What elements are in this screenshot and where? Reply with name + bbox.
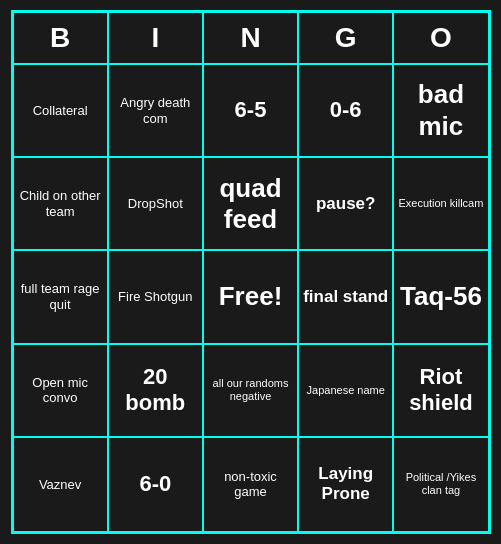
cell-text-0-3: 0-6	[330, 97, 362, 123]
cell-text-2-3: final stand	[303, 287, 388, 307]
header-cell-b: B	[14, 13, 109, 65]
bingo-cell-2-2[interactable]: Free!	[204, 251, 299, 344]
cell-text-2-0: full team rage quit	[18, 281, 103, 312]
cell-text-1-2: quad feed	[208, 173, 293, 235]
cell-text-3-3: Japanese name	[307, 384, 385, 397]
header-cell-i: I	[109, 13, 204, 65]
cell-text-4-0: Vaznev	[39, 477, 81, 493]
header-cell-n: N	[204, 13, 299, 65]
bingo-cell-0-4[interactable]: bad mic	[394, 65, 487, 158]
bingo-cell-2-4[interactable]: Taq-56	[394, 251, 487, 344]
bingo-cell-1-3[interactable]: pause?	[299, 158, 394, 251]
cell-text-3-4: Riot shield	[398, 364, 483, 417]
bingo-cell-4-2[interactable]: non-toxic game	[204, 438, 299, 531]
cell-text-4-4: Political /Yikes clan tag	[398, 471, 483, 497]
cell-text-1-1: DropShot	[128, 196, 183, 212]
cell-text-0-1: Angry death com	[113, 95, 198, 126]
cell-text-4-3: Laying Prone	[303, 464, 388, 505]
bingo-cell-0-3[interactable]: 0-6	[299, 65, 394, 158]
cell-text-3-1: 20 bomb	[113, 364, 198, 417]
bingo-cell-3-1[interactable]: 20 bomb	[109, 345, 204, 438]
cell-text-1-4: Execution killcam	[398, 197, 483, 210]
cell-text-2-4: Taq-56	[400, 281, 482, 312]
bingo-row-0: CollateralAngry death com6-50-6bad mic	[14, 65, 488, 158]
bingo-cell-3-4[interactable]: Riot shield	[394, 345, 487, 438]
bingo-cell-1-0[interactable]: Child on other team	[14, 158, 109, 251]
cell-text-1-3: pause?	[316, 194, 376, 214]
bingo-cell-3-3[interactable]: Japanese name	[299, 345, 394, 438]
bingo-row-3: Open mic convo20 bomball our randoms neg…	[14, 345, 488, 438]
bingo-grid: CollateralAngry death com6-50-6bad micCh…	[14, 65, 488, 531]
bingo-row-2: full team rage quitFire ShotgunFree!fina…	[14, 251, 488, 344]
cell-text-1-0: Child on other team	[18, 188, 103, 219]
bingo-cell-4-0[interactable]: Vaznev	[14, 438, 109, 531]
bingo-row-4: Vaznev6-0non-toxic gameLaying PronePolit…	[14, 438, 488, 531]
bingo-header: BINGO	[14, 13, 488, 65]
bingo-cell-1-1[interactable]: DropShot	[109, 158, 204, 251]
cell-text-3-2: all our randoms negative	[208, 377, 293, 403]
bingo-cell-0-1[interactable]: Angry death com	[109, 65, 204, 158]
bingo-cell-4-4[interactable]: Political /Yikes clan tag	[394, 438, 487, 531]
bingo-cell-4-1[interactable]: 6-0	[109, 438, 204, 531]
bingo-cell-2-0[interactable]: full team rage quit	[14, 251, 109, 344]
header-cell-g: G	[299, 13, 394, 65]
bingo-cell-2-1[interactable]: Fire Shotgun	[109, 251, 204, 344]
bingo-card: BINGO CollateralAngry death com6-50-6bad…	[11, 10, 491, 534]
cell-text-0-4: bad mic	[398, 79, 483, 141]
bingo-row-1: Child on other teamDropShotquad feedpaus…	[14, 158, 488, 251]
cell-text-4-2: non-toxic game	[208, 469, 293, 500]
bingo-cell-1-2[interactable]: quad feed	[204, 158, 299, 251]
cell-text-3-0: Open mic convo	[18, 375, 103, 406]
bingo-cell-0-0[interactable]: Collateral	[14, 65, 109, 158]
bingo-cell-3-2[interactable]: all our randoms negative	[204, 345, 299, 438]
bingo-cell-2-3[interactable]: final stand	[299, 251, 394, 344]
header-cell-o: O	[394, 13, 487, 65]
cell-text-2-2: Free!	[219, 281, 283, 312]
bingo-cell-4-3[interactable]: Laying Prone	[299, 438, 394, 531]
cell-text-0-0: Collateral	[33, 103, 88, 119]
cell-text-2-1: Fire Shotgun	[118, 289, 192, 305]
cell-text-4-1: 6-0	[139, 471, 171, 497]
cell-text-0-2: 6-5	[235, 97, 267, 123]
bingo-cell-0-2[interactable]: 6-5	[204, 65, 299, 158]
bingo-cell-1-4[interactable]: Execution killcam	[394, 158, 487, 251]
bingo-cell-3-0[interactable]: Open mic convo	[14, 345, 109, 438]
